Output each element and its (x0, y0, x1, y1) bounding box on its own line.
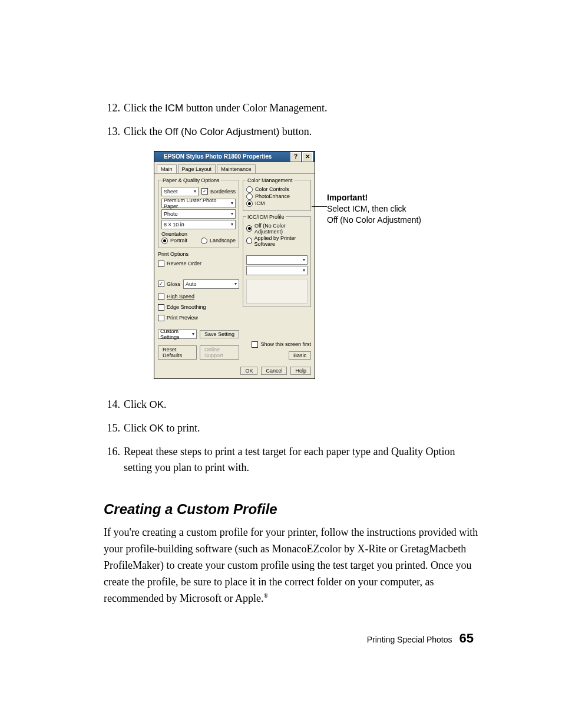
page-footer: Printing Special Photos 65 (367, 631, 474, 646)
help-button[interactable]: Help (290, 367, 311, 375)
important-callout: Important! Select ICM, then click Off (N… (327, 192, 433, 226)
step-text: Click OK to print. (124, 420, 481, 437)
color-management-group: Color Management Color Controls PhotoEnh… (243, 177, 311, 211)
portrait-radio[interactable]: Portrait (161, 238, 187, 244)
page-number: 65 (459, 631, 474, 646)
step-12: 12. Click the ICM button under Color Man… (104, 100, 481, 117)
online-support-button[interactable]: Online Support (200, 345, 239, 360)
icm-radio[interactable]: ICM (246, 200, 308, 207)
group-legend: Paper & Quality Options (161, 177, 221, 183)
printer-properties-dialog: EPSON Stylus Photo R1800 Properties ? ✕ … (154, 151, 315, 379)
dialog-button-row: OK Cancel Help (154, 363, 315, 378)
icc-profile-group: ICC/ICM Profile Off (No Color Adjustment… (243, 214, 311, 307)
quality-select[interactable]: Photo (161, 209, 236, 219)
step-list-continued: 14. Click OK. 15. Click OK to print. 16.… (104, 397, 481, 477)
paper-type-select[interactable]: Premium Luster Photo Paper (161, 199, 236, 208)
step-text: Repeat these steps to print a test targe… (124, 444, 481, 477)
dialog-title: EPSON Stylus Photo R1800 Properties (164, 153, 272, 160)
show-first-checkbox[interactable]: Show this screen first (243, 341, 311, 348)
print-options-label: Print Options (158, 251, 239, 257)
print-preview-checkbox[interactable]: Print Preview (158, 315, 239, 321)
ok-button[interactable]: OK (240, 367, 257, 375)
tab-strip: Main Page Layout Maintenance (154, 162, 315, 174)
step-text: Click the ICM button under Color Managem… (124, 100, 481, 117)
page-content: 12. Click the ICM button under Color Man… (104, 100, 481, 607)
basic-button[interactable]: Basic (289, 351, 311, 360)
gloss-checkbox[interactable]: ✓Gloss (158, 281, 180, 287)
right-column: Color Management Color Controls PhotoEnh… (243, 177, 311, 360)
size-select[interactable]: 8 × 10 in (161, 220, 236, 229)
high-speed-checkbox[interactable]: High Speed (158, 294, 239, 300)
group-legend: Color Management (246, 177, 294, 183)
borderless-checkbox[interactable]: ✓Borderless (201, 188, 236, 195)
tab-page-layout[interactable]: Page Layout (178, 164, 216, 173)
edge-smoothing-checkbox[interactable]: Edge Smoothing (158, 304, 239, 311)
step-list: 12. Click the ICM button under Color Man… (104, 100, 481, 140)
registered-mark: ® (263, 592, 268, 599)
callout-heading: Important! (327, 192, 433, 203)
help-icon[interactable]: ? (290, 152, 301, 162)
gloss-mode-select[interactable]: Auto (183, 279, 239, 289)
landscape-radio[interactable]: Landscape (201, 238, 236, 244)
tab-main[interactable]: Main (157, 164, 177, 173)
cancel-button[interactable]: Cancel (261, 367, 287, 375)
close-icon[interactable]: ✕ (302, 152, 313, 162)
profile-select (246, 255, 308, 265)
callout-line: Select ICM, then click (327, 203, 433, 215)
intent-select (246, 266, 308, 275)
dialog-body: Paper & Quality Options Sheet ✓Borderles… (154, 174, 315, 363)
step-number: 13. (104, 124, 124, 140)
off-no-adjust-radio[interactable]: Off (No Color Adjustment) (246, 223, 308, 235)
group-legend: ICC/ICM Profile (246, 214, 286, 220)
step-number: 12. (104, 100, 124, 117)
dialog-titlebar: EPSON Stylus Photo R1800 Properties ? ✕ (154, 151, 315, 162)
photoenhance-radio[interactable]: PhotoEnhance (246, 193, 308, 200)
reset-defaults-button[interactable]: Reset Defaults (158, 345, 197, 360)
step-14: 14. Click OK. (104, 397, 481, 413)
reverse-order-checkbox[interactable]: Reverse Order (158, 261, 239, 267)
app-icon (156, 154, 161, 159)
step-number: 14. (104, 397, 124, 413)
color-controls-radio[interactable]: Color Controls (246, 186, 308, 193)
figure-with-callout: EPSON Stylus Photo R1800 Properties ? ✕ … (154, 151, 481, 379)
step-15: 15. Click OK to print. (104, 420, 481, 437)
save-setting-button[interactable]: Save Setting (200, 330, 239, 338)
paper-quality-group: Paper & Quality Options Sheet ✓Borderles… (158, 177, 239, 248)
step-16: 16. Repeat these steps to print a test t… (104, 444, 481, 477)
preview-box (246, 279, 308, 304)
footer-section: Printing Special Photos (367, 635, 452, 644)
custom-settings-select[interactable]: Custom Settings (158, 330, 197, 339)
step-13: 13. Click the Off (No Color Adjustment) … (104, 124, 481, 140)
left-column: Paper & Quality Options Sheet ✓Borderles… (158, 177, 239, 360)
source-select[interactable]: Sheet (161, 187, 199, 196)
step-text: Click the Off (No Color Adjustment) butt… (124, 124, 481, 140)
section-heading: Creating a Custom Profile (104, 501, 481, 518)
orientation-label: Orientation (161, 231, 236, 237)
section-paragraph: If you're creating a custom profile for … (104, 525, 481, 607)
step-number: 15. (104, 420, 124, 437)
step-text: Click OK. (124, 397, 481, 413)
applied-by-software-radio[interactable]: Applied by Printer Software (246, 235, 308, 247)
tab-maintenance[interactable]: Maintenance (217, 164, 256, 173)
step-number: 16. (104, 444, 124, 477)
callout-line: Off (No Color Adjustment) (327, 215, 433, 226)
